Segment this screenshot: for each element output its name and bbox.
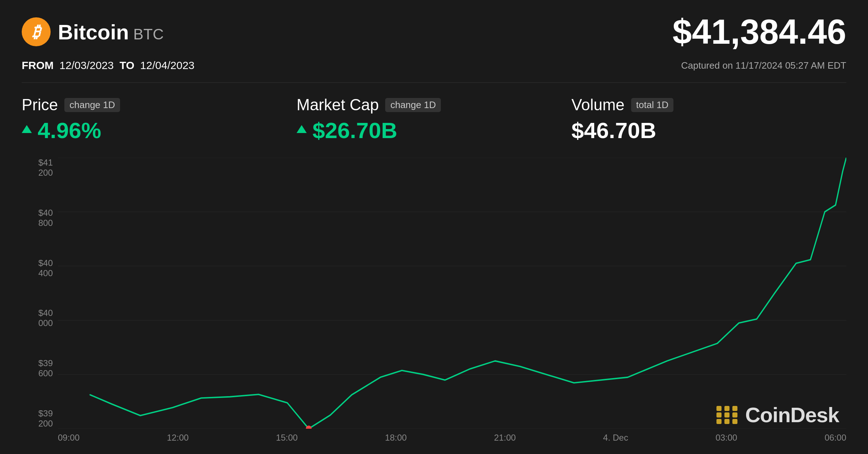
x-axis: 09:00 12:00 15:00 18:00 21:00 4. Dec 03:… [58, 429, 846, 447]
volume-value: $46.70B [571, 117, 656, 143]
main-container: ₿ BitcoinBTC $41,384.46 FROM 12/03/2023 … [0, 0, 868, 454]
marketcap-stat-value: $26.70B [297, 117, 571, 143]
x-label-7: 06:00 [825, 433, 846, 443]
logo-section: ₿ BitcoinBTC [22, 17, 164, 46]
price-stat-value: 4.96% [22, 117, 297, 143]
volume-stat: Volume total 1D $46.70B [571, 96, 846, 143]
coin-name-wrapper: BitcoinBTC [58, 20, 164, 44]
y-label-4: $39 600 [22, 358, 58, 378]
bitcoin-icon: ₿ [22, 17, 51, 46]
marketcap-stat-header: Market Cap change 1D [297, 96, 571, 114]
price-stat: Price change 1D 4.96% [22, 96, 297, 143]
price-stat-title: Price [22, 96, 58, 114]
to-label: TO [119, 59, 134, 72]
from-date: 12/03/2023 [59, 59, 114, 72]
y-label-3: $40 000 [22, 308, 58, 328]
price-arrow-up-icon [22, 125, 32, 133]
chart-container: $41 200 $40 800 $40 400 $40 000 $39 600 … [22, 158, 846, 447]
marketcap-stat-title: Market Cap [297, 96, 379, 114]
current-price: $41,384.46 [673, 14, 846, 49]
coindesk-brand-text: CoinDesk [745, 403, 839, 427]
volume-stat-title: Volume [571, 96, 625, 114]
x-label-4: 21:00 [494, 433, 516, 443]
x-label-0: 09:00 [58, 433, 80, 443]
price-stat-header: Price change 1D [22, 96, 297, 114]
y-axis: $41 200 $40 800 $40 400 $40 000 $39 600 … [22, 158, 58, 429]
x-label-2: 15:00 [276, 433, 298, 443]
coin-ticker: BTC [133, 26, 164, 43]
x-label-3: 18:00 [385, 433, 407, 443]
marketcap-change-value: $26.70B [312, 117, 397, 143]
marketcap-stat-badge[interactable]: change 1D [385, 98, 441, 112]
date-range: FROM 12/03/2023 TO 12/04/2023 [22, 59, 195, 72]
marketcap-stat: Market Cap change 1D $26.70B [297, 96, 571, 143]
y-label-1: $40 800 [22, 208, 58, 228]
svg-rect-7 [724, 406, 729, 411]
y-label-0: $41 200 [22, 158, 58, 178]
stats-row: Price change 1D 4.96% Market Cap change … [22, 96, 846, 143]
svg-rect-9 [716, 412, 722, 417]
y-label-2: $40 400 [22, 258, 58, 278]
marketcap-arrow-up-icon [297, 125, 307, 133]
divider [22, 82, 846, 83]
x-label-6: 03:00 [715, 433, 737, 443]
svg-rect-10 [724, 412, 729, 417]
y-label-5: $39 200 [22, 408, 58, 429]
svg-rect-6 [716, 406, 722, 411]
coindesk-watermark: CoinDesk [715, 403, 839, 427]
volume-stat-value: $46.70B [571, 117, 846, 143]
svg-rect-12 [716, 419, 722, 424]
price-chart [58, 158, 846, 429]
coindesk-logo-icon [715, 404, 740, 426]
volume-stat-badge[interactable]: total 1D [631, 98, 674, 112]
coin-name: Bitcoin [58, 20, 129, 44]
x-label-5: 4. Dec [603, 433, 628, 443]
volume-stat-header: Volume total 1D [571, 96, 846, 114]
svg-rect-14 [732, 419, 737, 424]
from-label: FROM [22, 59, 54, 72]
header: ₿ BitcoinBTC $41,384.46 [22, 14, 846, 49]
price-stat-badge[interactable]: change 1D [64, 98, 120, 112]
price-polyline [90, 158, 846, 429]
svg-rect-13 [724, 419, 729, 424]
svg-rect-8 [732, 406, 737, 411]
svg-rect-11 [732, 412, 737, 417]
capture-info: Captured on 11/17/2024 05:27 AM EDT [681, 60, 846, 71]
chart-area: $41 200 $40 800 $40 400 $40 000 $39 600 … [22, 158, 846, 447]
x-label-1: 12:00 [167, 433, 189, 443]
to-date: 12/04/2023 [140, 59, 195, 72]
price-change-value: 4.96% [38, 117, 101, 143]
date-row: FROM 12/03/2023 TO 12/04/2023 Captured o… [22, 59, 846, 72]
chart-svg-wrapper [58, 158, 846, 429]
